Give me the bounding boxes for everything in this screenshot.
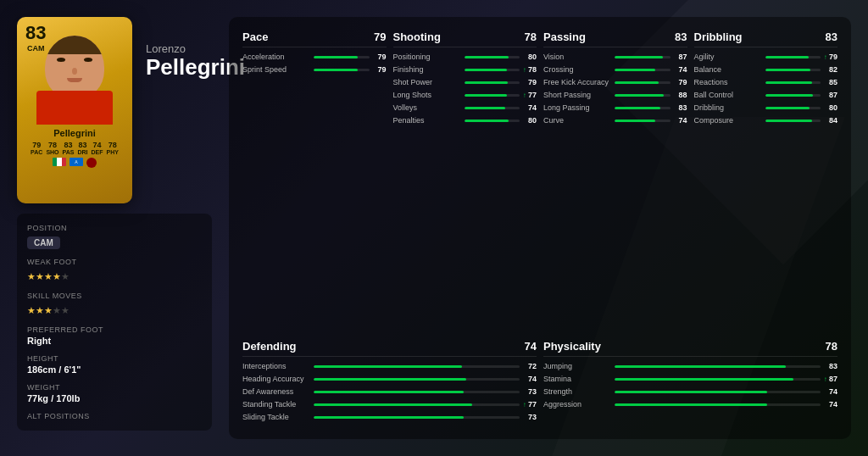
card-player-name: Pellegrini	[53, 128, 96, 138]
stat-name: Curve	[543, 116, 611, 125]
category-shooting: Shooting 78 Positioning 80 Finishing ↑ 7…	[393, 31, 537, 328]
stat-name: Short Passing	[543, 91, 611, 99]
cat-name-passing: Passing	[543, 31, 586, 43]
stat-row: Composure 84	[694, 116, 838, 125]
stat-bar	[465, 107, 505, 109]
category-physicality: Physicality 78 Jumping 83 Stamina ↑ 87 S…	[543, 340, 837, 425]
stat-name: Crossing	[543, 65, 611, 74]
cat-score-physicality: 78	[826, 340, 837, 353]
stat-name: Dribbling	[694, 103, 762, 112]
category-defending: Defending 74 Interceptions 72 Heading Ac…	[242, 340, 537, 425]
stat-row: Aggression 74	[543, 400, 837, 409]
stat-name: Vision	[543, 53, 611, 61]
stat-row: Heading Accuracy 74	[242, 375, 537, 383]
top-stats-grid: Pace 79 Acceleration 79 Sprint Speed 79 …	[242, 31, 837, 328]
stat-name: Standing Tackle	[242, 400, 310, 409]
stat-bar	[615, 81, 659, 84]
stat-row: Reactions 85	[694, 78, 838, 86]
stat-bar-wrap	[314, 391, 520, 393]
height-label: Height	[27, 354, 202, 363]
stat-row: Volleys 74	[393, 103, 537, 112]
stat-bar-wrap	[615, 94, 670, 97]
league-badge: A	[70, 158, 83, 166]
stat-bar-wrap	[615, 69, 670, 71]
stat-name: Sliding Tackle	[242, 413, 310, 421]
stat-val: ↑ 87	[824, 375, 837, 383]
stats-panel: Pace 79 Acceleration 79 Sprint Speed 79 …	[229, 17, 851, 439]
stat-name: Composure	[694, 116, 762, 125]
stat-val: 74	[674, 65, 687, 74]
foot-label: Preferred Foot	[27, 325, 202, 334]
stat-name: Volleys	[393, 103, 461, 112]
height-value: 186cm / 6'1"	[27, 364, 202, 375]
stat-val: 74	[674, 116, 687, 125]
club-badge	[86, 158, 97, 168]
category-pace: Pace 79 Acceleration 79 Sprint Speed 79	[242, 31, 387, 328]
weak-foot-row: Weak Foot ★★★★★	[27, 258, 202, 283]
stat-row: Vision 87	[543, 53, 687, 61]
stat-row: Balance 82	[694, 65, 838, 74]
stat-val: 74	[824, 400, 837, 409]
stat-name: Sprint Speed	[242, 65, 310, 74]
stat-bar-wrap	[765, 107, 821, 109]
avatar	[24, 36, 125, 125]
stat-bar	[314, 365, 462, 368]
stat-name: Reactions	[694, 78, 762, 86]
stat-bar	[465, 56, 509, 58]
stat-val: 79	[373, 65, 387, 74]
weak-foot-label: Weak Foot	[27, 258, 202, 266]
stat-row: Curve 74	[543, 116, 687, 125]
stat-val: 87	[824, 91, 837, 99]
stat-val: 87	[674, 53, 687, 61]
stat-val: 79	[674, 78, 687, 86]
stat-bar-wrap	[314, 403, 520, 406]
stat-name: Positioning	[393, 53, 461, 61]
foot-value: Right	[27, 336, 202, 346]
stat-bar-wrap	[615, 81, 670, 84]
stat-row: Crossing 74	[543, 65, 687, 74]
bottom-stats-grid: Defending 74 Interceptions 72 Heading Ac…	[242, 340, 837, 425]
stat-bar-wrap	[314, 56, 370, 58]
stat-val: 80	[523, 116, 537, 125]
stat-row: Positioning 80	[393, 53, 537, 61]
stat-bar-wrap	[615, 56, 670, 58]
stat-val: ↑ 77	[523, 91, 537, 99]
weight-row: Weight 77kg / 170lb	[27, 383, 202, 403]
stat-val: 74	[523, 103, 537, 112]
stat-bar-wrap	[615, 403, 821, 406]
stat-row: Long Passing 83	[543, 103, 687, 112]
skill-label: Skill Moves	[27, 292, 202, 300]
stat-row: Standing Tackle ↑ 77	[242, 400, 537, 409]
stat-bar-wrap	[314, 378, 520, 381]
stat-val: 85	[824, 78, 837, 86]
cat-name-defending: Defending	[242, 340, 297, 353]
stat-bar	[465, 69, 508, 71]
stat-bar-wrap	[615, 107, 670, 109]
stat-row: Strength 74	[543, 387, 837, 396]
stat-bar	[465, 94, 507, 97]
stat-name: Shot Power	[393, 78, 461, 86]
stat-val: 80	[523, 53, 537, 61]
stat-bar	[465, 81, 509, 84]
card-mini-stats: 79PAC 78SHO 83PAS 83DRI 74DEF 78PHY	[31, 141, 119, 155]
stat-row: Agility ↑ 79	[694, 53, 838, 61]
stat-bar	[615, 365, 786, 368]
stat-row: Penalties 80	[393, 116, 537, 125]
category-passing: Passing 83 Vision 87 Crossing 74 Free Ki…	[543, 31, 687, 328]
weak-foot-stars: ★★★★★	[27, 268, 202, 283]
stat-val: 84	[824, 116, 837, 125]
stat-row: Ball Control 87	[694, 91, 838, 99]
stat-row: Interceptions 72	[242, 362, 537, 370]
height-row: Height 186cm / 6'1"	[27, 354, 202, 375]
stat-name: Long Passing	[543, 103, 611, 112]
cat-score-dribbling: 83	[826, 31, 837, 43]
stat-bar-wrap	[465, 107, 520, 109]
stat-val: 74	[523, 375, 537, 383]
stat-val: ↑ 77	[523, 400, 537, 409]
stat-bar-wrap	[615, 391, 821, 393]
stat-val: 73	[523, 413, 537, 421]
stat-val: 80	[824, 103, 837, 112]
stat-bar	[314, 378, 466, 381]
stat-row: Sprint Speed 79	[242, 65, 387, 74]
stat-bar-wrap	[615, 365, 821, 368]
